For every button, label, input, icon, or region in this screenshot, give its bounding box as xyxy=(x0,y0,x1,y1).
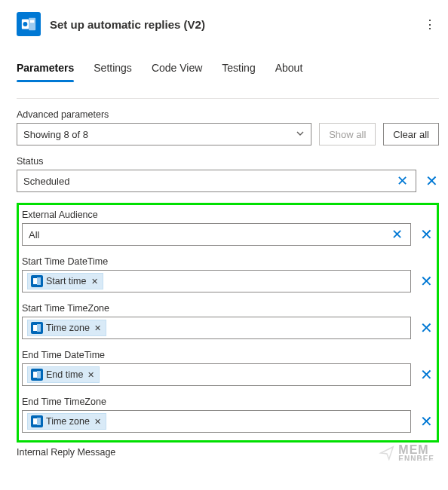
status-value: Scheduled xyxy=(22,176,394,187)
svg-rect-1 xyxy=(29,18,35,31)
svg-rect-8 xyxy=(33,372,37,378)
start-datetime-input[interactable]: Start time ✕ xyxy=(22,270,411,292)
end-datetime-input[interactable]: End time ✕ xyxy=(22,363,411,386)
chevron-down-icon xyxy=(296,129,305,140)
status-clear-icon[interactable]: ✕ xyxy=(394,174,411,188)
start-time-token-remove-icon[interactable]: ✕ xyxy=(91,277,98,286)
end-datetime-remove-icon[interactable]: ✕ xyxy=(419,363,434,386)
start-timezone-input[interactable]: Time zone ✕ xyxy=(22,317,411,339)
tab-about[interactable]: About xyxy=(275,57,303,81)
svg-rect-5 xyxy=(37,277,41,285)
more-menu-icon[interactable]: ⋮ xyxy=(424,17,439,32)
svg-rect-7 xyxy=(37,324,41,332)
card-header: Set up automatic replies (V2) ⋮ xyxy=(17,12,439,36)
start-timezone-token-label: Time zone xyxy=(46,323,90,333)
end-timezone-token-label: Time zone xyxy=(46,416,90,427)
tab-parameters[interactable]: Parameters xyxy=(17,57,74,81)
advanced-parameters-value: Showing 8 of 8 xyxy=(23,129,88,140)
end-timezone-remove-icon[interactable]: ✕ xyxy=(419,410,434,433)
external-audience-value: All xyxy=(27,229,388,240)
svg-rect-9 xyxy=(37,371,41,378)
external-audience-input[interactable]: All ✕ xyxy=(22,223,411,246)
end-timezone-token-remove-icon[interactable]: ✕ xyxy=(94,417,101,427)
tab-code-view[interactable]: Code View xyxy=(152,57,202,81)
internal-reply-label: Internal Reply Message xyxy=(17,447,439,458)
tab-settings[interactable]: Settings xyxy=(94,57,132,81)
end-timezone-token[interactable]: Time zone ✕ xyxy=(27,413,106,430)
end-time-token-label: End time xyxy=(46,369,83,380)
clear-all-button[interactable]: Clear all xyxy=(383,123,439,145)
advanced-parameters-label: Advanced parameters xyxy=(17,109,439,120)
external-audience-clear-icon[interactable]: ✕ xyxy=(388,228,406,241)
start-timezone-remove-icon[interactable]: ✕ xyxy=(419,317,434,339)
external-audience-label: External Audience xyxy=(22,210,434,220)
start-time-token-label: Start time xyxy=(46,276,87,286)
external-audience-remove-icon[interactable]: ✕ xyxy=(419,223,434,246)
outlook-token-icon xyxy=(31,322,43,334)
status-label: Status xyxy=(17,156,439,167)
divider xyxy=(17,98,439,99)
outlook-token-icon xyxy=(31,275,43,287)
start-datetime-label: Start Time DateTime xyxy=(22,256,434,267)
outlook-token-icon xyxy=(31,369,43,381)
svg-rect-11 xyxy=(37,418,41,425)
outlook-token-icon xyxy=(31,415,43,427)
highlighted-parameters-group: External Audience All ✕ ✕ Start Time Dat… xyxy=(17,203,439,443)
svg-rect-2 xyxy=(30,20,35,23)
show-all-button: Show all xyxy=(319,123,376,145)
end-datetime-label: End Time DateTime xyxy=(22,350,434,360)
svg-rect-4 xyxy=(33,278,37,284)
status-input[interactable]: Scheduled ✕ xyxy=(17,170,416,192)
svg-point-3 xyxy=(23,22,27,26)
svg-rect-10 xyxy=(33,418,37,424)
status-remove-icon[interactable]: ✕ xyxy=(424,170,439,192)
svg-rect-6 xyxy=(33,325,37,331)
start-time-token[interactable]: Start time ✕ xyxy=(27,273,103,289)
end-time-token[interactable]: End time ✕ xyxy=(27,366,100,383)
tab-testing[interactable]: Testing xyxy=(222,57,255,81)
end-time-token-remove-icon[interactable]: ✕ xyxy=(87,370,94,380)
outlook-icon xyxy=(17,12,41,36)
start-timezone-label: Start Time TimeZone xyxy=(22,303,434,314)
end-timezone-input[interactable]: Time zone ✕ xyxy=(22,410,411,433)
start-datetime-remove-icon[interactable]: ✕ xyxy=(419,270,434,292)
card-title: Set up automatic replies (V2) xyxy=(50,18,415,31)
tab-bar: Parameters Settings Code View Testing Ab… xyxy=(17,57,439,81)
advanced-parameters-select[interactable]: Showing 8 of 8 xyxy=(17,123,311,145)
start-timezone-token-remove-icon[interactable]: ✕ xyxy=(94,323,101,333)
start-timezone-token[interactable]: Time zone ✕ xyxy=(27,320,106,336)
end-timezone-label: End Time TimeZone xyxy=(22,397,434,407)
